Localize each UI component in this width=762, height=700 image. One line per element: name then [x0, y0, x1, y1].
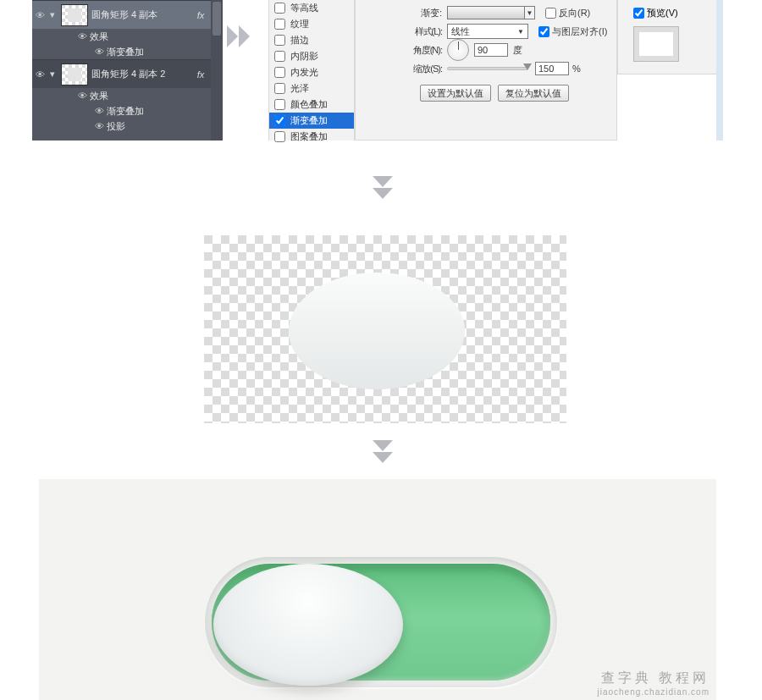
layer-thumbnail: [61, 63, 88, 85]
style-option[interactable]: 内阴影: [269, 48, 354, 64]
layer-thumbnail: [61, 4, 88, 26]
effect-label: 渐变叠加: [107, 46, 223, 58]
visibility-icon[interactable]: 👁: [91, 47, 107, 57]
scale-unit: %: [572, 63, 581, 74]
visibility-icon[interactable]: 👁: [32, 69, 47, 80]
scale-label: 缩放(S):: [400, 63, 442, 75]
checkbox[interactable]: [274, 99, 285, 110]
intermediate-result-canvas: [204, 235, 566, 423]
reverse-checkbox[interactable]: [545, 8, 556, 19]
style-option[interactable]: 光泽: [269, 80, 354, 96]
scrollbar[interactable]: [211, 0, 223, 141]
preview-checkbox[interactable]: [633, 8, 644, 19]
layer-name: 圆角矩形 4 副本: [91, 8, 190, 21]
dropdown-icon[interactable]: ▼: [525, 6, 535, 19]
preview-panel: 预览(V): [617, 0, 716, 74]
final-result-canvas: 查字典 教程网 jiaocheng.chazidian.com: [39, 479, 716, 700]
fx-badge[interactable]: fx: [190, 69, 211, 80]
svg-marker-0: [227, 25, 238, 47]
layer-row[interactable]: 👁 ▾ 圆角矩形 4 副本 2 fx ▾: [32, 59, 223, 88]
layers-panel: 👁 ▾ 圆角矩形 4 副本 fx ▾ 👁 效果 👁 渐变叠加 👁 ▾ 圆角矩形 …: [32, 0, 223, 141]
watermark-line2: jiaocheng.chazidian.com: [597, 687, 710, 697]
svg-marker-2: [373, 176, 393, 187]
style-value: 线性: [451, 25, 470, 38]
style-option[interactable]: 内发光: [269, 64, 354, 80]
svg-marker-5: [373, 452, 393, 463]
arrow-down-icon: [373, 176, 393, 203]
style-label: 图案叠加: [290, 130, 328, 143]
scale-input[interactable]: 150: [535, 62, 569, 75]
layer-effect-row[interactable]: 👁 渐变叠加: [32, 44, 223, 59]
style-label: 描边: [290, 34, 309, 47]
toggle-knob: [213, 564, 403, 686]
layer-effect-row[interactable]: 👁 效果: [32, 29, 223, 44]
style-option[interactable]: 纹理: [269, 16, 354, 32]
toggle-outer-bevel: [205, 557, 557, 687]
layer-effect-row[interactable]: 👁 效果: [32, 88, 223, 103]
visibility-icon[interactable]: 👁: [91, 121, 107, 131]
checkbox[interactable]: [274, 35, 285, 46]
style-label: 等高线: [290, 2, 318, 14]
checkbox[interactable]: [274, 3, 285, 14]
align-label: 与图层对齐(I): [552, 25, 607, 38]
effect-label: 效果: [90, 90, 223, 102]
effect-label: 效果: [90, 30, 223, 43]
preview-label: 预览(V): [647, 7, 678, 19]
checkbox[interactable]: [274, 115, 285, 126]
style-select[interactable]: 线性 ▼: [447, 24, 528, 39]
dialog-right-edge: [716, 0, 723, 141]
arrow-right-icon: [227, 25, 256, 47]
gradient-label: 渐变:: [400, 7, 442, 19]
checkbox[interactable]: [274, 51, 285, 62]
style-option[interactable]: 描边: [269, 32, 354, 48]
style-label: 颜色叠加: [290, 98, 328, 111]
checkbox[interactable]: [274, 19, 285, 30]
watermark-line1: 查字典 教程网: [597, 670, 710, 687]
scale-slider[interactable]: [447, 67, 528, 70]
angle-label: 角度(N):: [400, 44, 442, 57]
angle-input[interactable]: 90: [474, 43, 508, 57]
style-label: 纹理: [290, 18, 309, 30]
angle-unit: 度: [513, 44, 522, 57]
checkbox[interactable]: [274, 83, 285, 94]
visibility-icon[interactable]: 👁: [75, 31, 90, 41]
svg-marker-1: [239, 25, 250, 47]
layer-effect-row[interactable]: 👁 投影: [32, 119, 223, 134]
checkbox[interactable]: [274, 67, 285, 78]
style-option[interactable]: 图案叠加: [269, 129, 354, 145]
scrollbar-thumb[interactable]: [213, 2, 221, 36]
reset-default-button[interactable]: 复位为默认值: [498, 85, 569, 102]
disclosure-icon[interactable]: ▾: [47, 69, 58, 80]
style-label: 内发光: [290, 66, 318, 79]
layer-styles-list: 等高线 纹理 描边 内阴影 内发光 光泽 颜色叠加 渐变叠加 图案叠加: [268, 0, 355, 141]
angle-dial[interactable]: [447, 39, 469, 61]
layer-effect-row[interactable]: 👁 渐变叠加: [32, 103, 223, 119]
layer-row[interactable]: 👁 ▾ 圆角矩形 4 副本 fx ▾: [32, 0, 223, 29]
ellipse-shape: [289, 273, 465, 389]
gradient-swatch[interactable]: [447, 6, 525, 19]
visibility-icon[interactable]: 👁: [91, 106, 107, 116]
checkbox[interactable]: [274, 131, 285, 142]
gradient-overlay-settings: 渐变: ▼ 反向(R) 样式(L): 线性 ▼ 与图层对齐(I) 角度(N): …: [355, 0, 617, 141]
style-label: 光泽: [290, 82, 309, 95]
disclosure-icon[interactable]: ▾: [47, 9, 58, 20]
style-label: 渐变叠加: [290, 114, 328, 127]
watermark: 查字典 教程网 jiaocheng.chazidian.com: [597, 670, 710, 697]
svg-marker-3: [373, 188, 393, 199]
effect-label: 渐变叠加: [107, 105, 223, 118]
visibility-icon[interactable]: 👁: [32, 10, 47, 20]
chevron-down-icon: ▼: [517, 28, 524, 36]
style-option[interactable]: 颜色叠加: [269, 96, 354, 113]
set-default-button[interactable]: 设置为默认值: [420, 85, 491, 102]
arrow-down-icon: [373, 440, 393, 467]
align-checkbox[interactable]: [538, 26, 549, 37]
fx-badge[interactable]: fx: [190, 10, 211, 20]
style-option[interactable]: 等高线: [269, 0, 354, 16]
toggle-track: [212, 564, 550, 681]
layer-name: 圆角矩形 4 副本 2: [91, 68, 190, 80]
style-option-selected[interactable]: 渐变叠加: [269, 113, 354, 129]
visibility-icon[interactable]: 👁: [75, 91, 90, 101]
reverse-label: 反向(R): [559, 7, 590, 19]
effect-label: 投影: [107, 120, 223, 133]
style-label: 样式(L):: [400, 25, 442, 38]
